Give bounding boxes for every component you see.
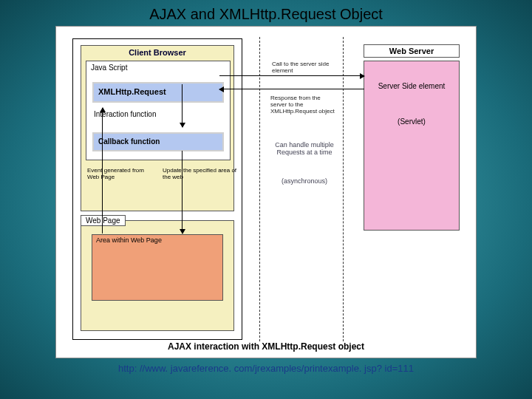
asynchronous-text: (asynchronous) — [275, 177, 334, 185]
client-group: Client Browser Java Script XMLHttp.Reque… — [72, 38, 242, 340]
diagram-canvas: Client Browser Java Script XMLHttp.Reque… — [55, 26, 477, 358]
web-server-title: Web Server — [364, 44, 460, 58]
arrow-call-to-server — [219, 75, 364, 76]
callback-function-box: Callback function — [92, 132, 224, 151]
server-side-element-text: Server Side element — [364, 82, 459, 91]
page-title: AJAX and XMLHttp.Request Object — [0, 0, 532, 26]
response-from-server-text: Response from the server to the XMLHttp.… — [270, 95, 338, 115]
web-page-box: Web Page Area within Web Page — [81, 220, 234, 331]
javascript-label: Java Script — [86, 61, 230, 74]
javascript-box: Java Script XMLHttp.Request Interaction … — [86, 61, 231, 160]
divider-dash-2 — [343, 37, 344, 341]
divider-dash-1 — [259, 37, 260, 341]
server-box: Server Side element (Servlet) — [364, 61, 460, 231]
arrow-xhr-to-callback — [182, 84, 183, 127]
client-browser-box: Client Browser Java Script XMLHttp.Reque… — [81, 45, 234, 211]
xmlhttprequest-box: XMLHttp.Request — [92, 82, 224, 103]
source-url-text: http: //www. javareference. com/jrexampl… — [0, 358, 532, 378]
update-area-text: Update the specified area of the web — [163, 168, 240, 181]
arrow-response-from-server — [219, 89, 364, 89]
call-to-server-text: Call to the server side element — [272, 61, 335, 74]
web-page-label: Web Page — [81, 215, 126, 226]
diagram-caption: AJAX interaction with XMLHttp.Request ob… — [56, 341, 476, 352]
area-within-page-box: Area within Web Page — [92, 234, 223, 301]
event-generated-text: Event generated from Web Page — [87, 168, 150, 181]
arrow-event-to-interaction — [102, 108, 103, 233]
servlet-text: (Servlet) — [364, 117, 459, 126]
arrow-callback-to-area — [182, 151, 183, 233]
can-handle-multiple-text: Can handle multiple Requests at a time — [275, 141, 334, 157]
client-browser-title: Client Browser — [81, 46, 233, 58]
